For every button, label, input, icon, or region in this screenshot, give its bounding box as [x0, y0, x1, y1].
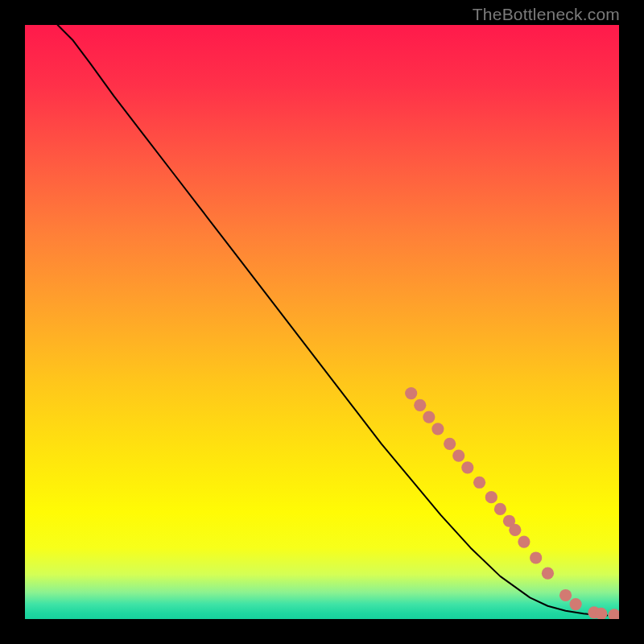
- marker-dot: [494, 503, 506, 515]
- plot-area: [25, 25, 619, 619]
- image-frame: TheBottleneck.com: [0, 0, 644, 644]
- marker-dot: [423, 411, 435, 423]
- marker-dot: [609, 609, 620, 619]
- attribution-text: TheBottleneck.com: [473, 5, 620, 24]
- marker-dot: [509, 524, 521, 536]
- marker-dot: [570, 598, 582, 610]
- marker-dot: [431, 423, 444, 435]
- marker-dot: [405, 387, 417, 399]
- marker-dot: [542, 568, 554, 580]
- bottleneck-curve: [58, 25, 608, 616]
- marker-dot: [473, 477, 485, 489]
- marker-dot: [414, 399, 426, 411]
- marker-dot: [530, 551, 542, 564]
- marker-dot: [461, 461, 473, 473]
- chart-overlay: [25, 25, 619, 619]
- marker-dot: [518, 535, 530, 547]
- marker-dot: [444, 438, 456, 450]
- marker-dot: [452, 449, 464, 461]
- marker-dot: [559, 589, 572, 601]
- marker-dot: [485, 491, 497, 503]
